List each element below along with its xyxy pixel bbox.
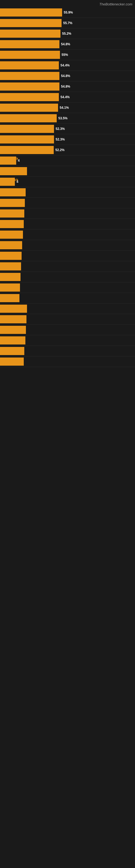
bar-container-19: Bottleneck result [0,209,135,218]
bar-row-10: Bottleneck result53.5% [0,113,135,124]
bar-fill-28: Bottleneck result [0,305,27,313]
bar-row-22: Bottleneck result [0,240,135,251]
bar-row-9: Bottleneck result54.1% [0,102,135,113]
bar-value-4: 55% [61,53,68,57]
header: TheBottlenecker.com [0,0,135,7]
bar-fill-13: Bottleneck result [0,146,54,154]
bar-container-7: Bottleneck result54.8% [0,83,135,91]
bar-container-3: Bottleneck result54.8% [0,40,135,48]
bar-container-8: Bottleneck result54.4% [0,93,135,101]
bar-label-17: Bottleneck result [2,188,26,196]
bar-fill-11: Bottleneck result [0,125,54,133]
bar-fill-5: Bottleneck result [0,61,59,69]
bar-label-28: Bottleneck result [2,305,27,312]
bar-fill-26: Bottleneck result [0,283,20,291]
bar-label-27: Bottleneck result [2,294,19,302]
bar-fill-33: Bottleneck result [0,358,24,366]
bar-value-9: 54.1% [60,106,69,110]
bar-label-0: Bottleneck result [2,10,28,14]
bar-label-23: Bottleneck result [2,252,21,259]
bar-row-17: Bottleneck result [0,187,135,198]
bar-fill-9: Bottleneck result [0,104,58,112]
bar-value-11: 52.3% [56,127,65,131]
bar-value-0: 55.9% [64,10,73,14]
bar-container-0: Bottleneck result55.9% [0,8,135,17]
bar-label-7: Bottleneck result [2,85,28,88]
bar-fill-21: Bottleneck result [0,230,23,239]
bar-fill-14: Bottleneck result [0,156,16,165]
bar-row-7: Bottleneck result54.8% [0,82,135,92]
bar-container-13: Bottleneck result52.2% [0,146,135,154]
bar-container-15: Bottleneck result [0,167,135,175]
bar-value-10: 53.5% [58,116,68,120]
bar-fill-29: Bottleneck result [0,315,27,323]
bar-fill-20: Bottleneck result [0,220,24,228]
bar-value-8: 54.4% [60,95,70,99]
bar-container-25: Bottleneck result [0,273,135,281]
bar-fill-6: Bottleneck result [0,72,59,80]
bar-label-31: Bottleneck result [2,337,26,344]
bar-row-3: Bottleneck result54.8% [0,39,135,50]
bar-fill-27: Bottleneck result [0,294,19,302]
bar-row-11: Bottleneck result52.3% [0,124,135,134]
bar-container-20: Bottleneck result [0,220,135,228]
bar-row-12: Bottleneck result52.3% [0,134,135,145]
bar-value-16: 4 [16,180,18,184]
bar-container-12: Bottleneck result52.3% [0,135,135,144]
bar-container-29: Bottleneck result [0,315,135,323]
bar-fill-18: Bottleneck result [0,199,25,207]
bar-row-28: Bottleneck result [0,304,135,314]
bar-row-16: Bottleneck result4 [0,177,135,187]
bar-row-5: Bottleneck result54.4% [0,60,135,71]
bar-fill-0: Bottleneck result [0,8,62,17]
bar-row-20: Bottleneck result [0,219,135,229]
bar-row-31: Bottleneck result [0,335,135,346]
bar-label-2: Bottleneck result [2,32,28,35]
bar-row-23: Bottleneck result [0,251,135,261]
bar-fill-15: Bottleneck result [0,167,27,175]
bar-container-16: Bottleneck result4 [0,178,135,186]
bar-row-27: Bottleneck result [0,293,135,304]
bar-fill-30: Bottleneck result [0,326,26,334]
bar-label-21: Bottleneck result [2,231,23,239]
bar-fill-10: Bottleneck result [0,114,57,122]
bar-value-14: 4 [18,159,20,162]
bar-fill-24: Bottleneck result [0,262,21,271]
bar-value-3: 54.8% [61,42,70,46]
bar-container-18: Bottleneck result [0,199,135,207]
bar-row-0: Bottleneck result55.9% [0,7,135,18]
bar-value-13: 52.2% [55,148,64,152]
bar-container-28: Bottleneck result [0,305,135,313]
bar-container-9: Bottleneck result54.1% [0,104,135,112]
bar-value-5: 54.4% [60,63,70,67]
bar-container-10: Bottleneck result53.5% [0,114,135,122]
bar-row-6: Bottleneck result54.8% [0,71,135,82]
bar-label-10: Bottleneck result [2,116,28,120]
bar-row-25: Bottleneck result [0,272,135,282]
bar-row-15: Bottleneck result [0,166,135,177]
bar-label-18: Bottleneck result [2,199,25,207]
bar-label-9: Bottleneck result [2,106,28,110]
bar-label-22: Bottleneck result [2,241,22,249]
bar-row-29: Bottleneck result [0,314,135,325]
bar-label-24: Bottleneck result [2,262,21,270]
bar-container-6: Bottleneck result54.8% [0,72,135,80]
bars-container: Bottleneck result55.9%Bottleneck result5… [0,7,135,367]
bar-container-30: Bottleneck result [0,326,135,334]
bar-value-2: 55.2% [62,32,71,35]
bar-container-5: Bottleneck result54.4% [0,61,135,69]
bar-container-17: Bottleneck result [0,188,135,196]
bar-container-24: Bottleneck result [0,262,135,271]
bar-container-32: Bottleneck result [0,347,135,355]
bar-label-5: Bottleneck result [2,63,28,67]
bar-row-21: Bottleneck result [0,229,135,240]
bar-fill-19: Bottleneck result [0,209,24,218]
bar-fill-1: Bottleneck result [0,19,61,27]
bar-container-2: Bottleneck result55.2% [0,30,135,38]
bar-row-18: Bottleneck result [0,198,135,208]
bar-label-26: Bottleneck result [2,284,20,291]
bar-label-1: Bottleneck result [2,21,28,25]
bar-container-4: Bottleneck result55% [0,51,135,59]
bar-label-8: Bottleneck result [2,95,28,99]
bar-fill-8: Bottleneck result [0,93,59,101]
